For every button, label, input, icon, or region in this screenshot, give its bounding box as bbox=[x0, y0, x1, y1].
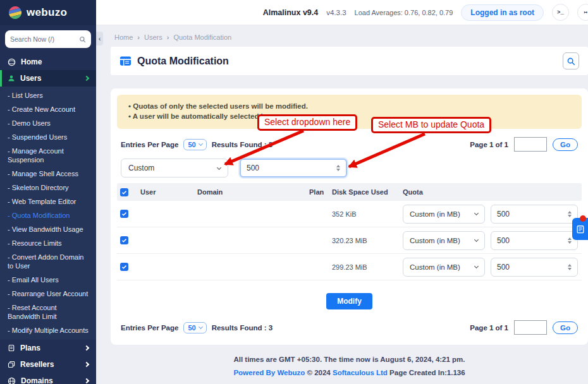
user-icon bbox=[8, 75, 15, 82]
number-spinner-icon[interactable] bbox=[568, 264, 572, 270]
terminal-icon[interactable]: >_ bbox=[552, 4, 569, 21]
quota-value-input[interactable]: 500 bbox=[491, 231, 578, 250]
sidebar-subitem[interactable]: Manage Account Suspension bbox=[0, 144, 96, 167]
number-spinner-icon[interactable] bbox=[568, 237, 572, 244]
modify-button[interactable]: Modify bbox=[326, 293, 372, 309]
go-button[interactable]: Go bbox=[553, 138, 578, 151]
quota-value-input[interactable]: 500 bbox=[491, 258, 578, 277]
bulk-quota-row: Custom 500 bbox=[121, 159, 578, 177]
sidebar-subitem[interactable]: Demo Users bbox=[0, 116, 96, 130]
powered-by-link[interactable]: Powered By Webuzo bbox=[233, 369, 305, 376]
sidebar-subitem[interactable]: Suspended Users bbox=[0, 130, 96, 144]
column-header-disk: Disk Space Used bbox=[332, 188, 403, 196]
row-checkbox[interactable] bbox=[120, 236, 128, 244]
chevron-down-icon bbox=[199, 325, 203, 329]
row-checkbox[interactable] bbox=[120, 263, 128, 271]
chevron-right-icon bbox=[84, 378, 89, 383]
home-icon bbox=[8, 58, 16, 66]
row-checkbox[interactable] bbox=[120, 210, 128, 218]
sidebar-subitem[interactable]: List Users bbox=[0, 88, 96, 102]
resellers-icon bbox=[8, 361, 15, 368]
users-submenu: List UsersCreate New AccountDemo UsersSu… bbox=[0, 87, 96, 340]
logged-in-as-root-button[interactable]: Logged in as root bbox=[461, 4, 544, 21]
quota-type-select[interactable]: Custom (in MB) bbox=[403, 205, 485, 224]
disk-space-cell: 299.23 MiB bbox=[332, 263, 403, 271]
table-row: 299.23 MiB Custom (in MB) 500 bbox=[117, 254, 582, 280]
footer-time-note: All times are GMT +05:30. The time now i… bbox=[111, 356, 588, 363]
sidebar-item-home[interactable]: Home bbox=[0, 54, 96, 70]
sidebar-subitem[interactable]: Email All Users bbox=[0, 273, 96, 287]
footer: All times are GMT +05:30. The time now i… bbox=[111, 356, 588, 376]
number-spinner-icon[interactable] bbox=[568, 211, 572, 217]
top-pagination-row: Entries Per Page 50 Results Found : 3 Pa… bbox=[121, 137, 578, 152]
notice-line: Quotas of only the selected users will b… bbox=[128, 101, 570, 111]
entries-per-page-select[interactable]: 50 bbox=[183, 139, 206, 150]
breadcrumb-item[interactable]: Quota Modification bbox=[167, 33, 231, 47]
softaculous-link[interactable]: Softaculous Ltd bbox=[333, 369, 388, 376]
sidebar-subitem[interactable]: Resource Limits bbox=[0, 236, 96, 250]
sidebar-subitem[interactable]: Web Template Editor bbox=[0, 195, 96, 208]
search-icon bbox=[567, 57, 575, 66]
sidebar-item-users[interactable]: Users bbox=[0, 70, 96, 87]
news-panel-button[interactable] bbox=[572, 218, 588, 240]
chevron-down-icon bbox=[474, 211, 479, 215]
brand-name: webuzo bbox=[27, 6, 67, 19]
webuzo-logo-icon bbox=[8, 6, 22, 20]
go-button[interactable]: Go bbox=[553, 321, 578, 334]
page-of-label: Page 1 of 1 bbox=[470, 141, 508, 148]
disk-space-cell: 352 KiB bbox=[332, 210, 403, 218]
number-spinner-icon[interactable] bbox=[336, 165, 340, 171]
column-header-plan: Plan bbox=[309, 188, 332, 196]
sidebar-subitem[interactable]: Convert Addon Domain to User bbox=[0, 250, 96, 273]
logout-icon[interactable]: ↦ bbox=[577, 4, 588, 21]
sidebar-subitem[interactable]: View Bandwidth Usage bbox=[0, 222, 96, 236]
copyright: © 2024 bbox=[307, 369, 331, 376]
sidebar-subitem[interactable]: Quota Modification bbox=[0, 208, 96, 222]
page-number-input[interactable] bbox=[514, 137, 547, 152]
sidebar-collapse-toggle[interactable]: ‹ bbox=[96, 32, 103, 45]
sidebar-subitem[interactable]: Create New Account bbox=[0, 102, 96, 116]
bottom-pagination-row: Entries Per Page 50 Results Found : 3 Pa… bbox=[121, 320, 578, 335]
quota-value-input[interactable]: 500 bbox=[491, 205, 578, 224]
chevron-down-icon bbox=[217, 165, 221, 169]
sidebar-item-domains[interactable]: Domains bbox=[0, 373, 96, 384]
sidebar-subitem[interactable]: Reset Account Bandwidth Limit bbox=[0, 301, 96, 323]
column-header-user: User bbox=[140, 188, 197, 196]
sidebar-search-box[interactable] bbox=[5, 30, 91, 48]
bulk-quota-value-input[interactable]: 500 bbox=[240, 159, 347, 177]
topbar-right: Almalinux v9.4 v4.3.3 Load Averages: 0.7… bbox=[96, 0, 588, 25]
page-search-button[interactable] bbox=[563, 52, 579, 69]
table-row: 320.23 MiB Custom (in MB) 500 bbox=[117, 227, 582, 254]
table-header: User Domain Plan Disk Space Used Quota bbox=[117, 183, 582, 201]
chevron-right-icon bbox=[84, 76, 89, 81]
table-row: 352 KiB Custom (in MB) 500 bbox=[117, 201, 582, 227]
sidebar-subitem[interactable]: Rearrange User Account bbox=[0, 287, 96, 301]
entries-per-page-select[interactable]: 50 bbox=[183, 322, 206, 333]
panel-version: v4.3.3 bbox=[326, 9, 346, 16]
quota-type-select[interactable]: Custom (in MB) bbox=[403, 231, 485, 250]
breadcrumb-item[interactable]: Home bbox=[114, 33, 133, 47]
disk-space-cell: 320.23 MiB bbox=[332, 237, 403, 244]
sidebar-item-label: Domains bbox=[21, 376, 80, 384]
sidebar-item-plans[interactable]: Plans bbox=[0, 340, 96, 356]
sidebar-item-label: Resellers bbox=[20, 360, 80, 369]
notification-dot bbox=[580, 215, 586, 222]
select-all-checkbox[interactable] bbox=[120, 188, 128, 196]
page-number-input[interactable] bbox=[514, 320, 547, 335]
breadcrumb-item[interactable]: Users bbox=[137, 33, 162, 47]
annotation-select-dropdown: Select dropdown here bbox=[257, 114, 357, 131]
sidebar-subitem[interactable]: Skeleton Directory bbox=[0, 181, 96, 195]
sidebar-subitem[interactable]: Manage Shell Access bbox=[0, 167, 96, 181]
os-name: Almalinux v9.4 bbox=[263, 8, 319, 17]
page-title-bar: Quota Modification bbox=[111, 47, 588, 75]
webuzo-logo[interactable]: webuzo bbox=[0, 0, 96, 25]
sidebar-subitem[interactable]: Modify Multiple Accounts bbox=[0, 323, 96, 337]
search-input[interactable] bbox=[10, 35, 77, 43]
sidebar-item-resellers[interactable]: Resellers bbox=[0, 356, 96, 373]
sidebar-item-label: Plans bbox=[20, 344, 80, 352]
bulk-quota-type-select[interactable]: Custom bbox=[121, 159, 228, 177]
quota-type-select[interactable]: Custom (in MB) bbox=[403, 258, 485, 277]
table-icon bbox=[119, 55, 132, 67]
chevron-down-icon bbox=[474, 237, 479, 242]
plans-icon bbox=[8, 344, 15, 352]
